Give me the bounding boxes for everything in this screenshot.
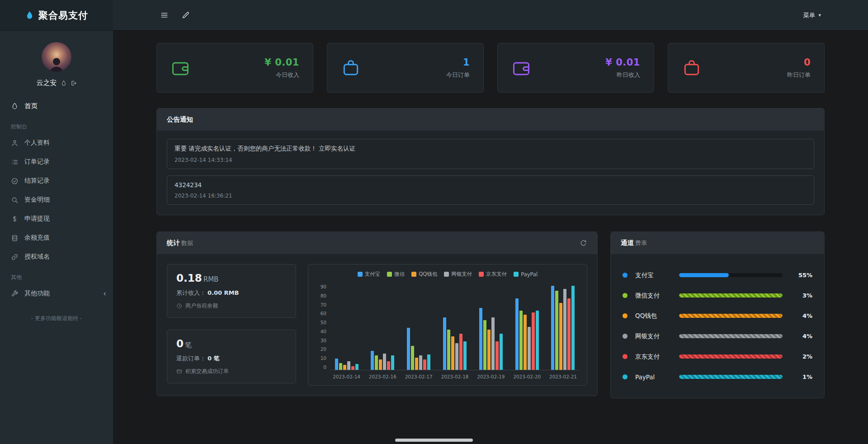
chart-bar: [563, 289, 566, 370]
chart-bar: [343, 365, 346, 370]
edit-button[interactable]: [181, 11, 190, 19]
chart-bar: [567, 298, 571, 370]
balance-box: 0.18RMB 累计收入：0.00 RMB 商户当前余额: [167, 264, 296, 318]
x-tick-label: 2023-02-19: [477, 374, 505, 380]
legend-item[interactable]: PayPal: [514, 271, 538, 278]
chart-bar: [415, 358, 418, 370]
sidebar-item-label: 余额充值: [24, 234, 50, 242]
sidebar-item[interactable]: 个人资料: [0, 133, 113, 152]
sidebar-item-home[interactable]: 首页: [0, 96, 113, 116]
channel-row: 支付宝55%: [623, 265, 812, 285]
sidebar-item[interactable]: 资金明细: [0, 190, 113, 209]
x-tick-label: 2023-02-14: [333, 374, 360, 380]
legend-item[interactable]: 京东支付: [479, 271, 507, 278]
sidebar-toggle-button[interactable]: [160, 11, 169, 19]
chart-group: 2023-02-20: [513, 284, 541, 380]
sidebar-item[interactable]: 订单记录: [0, 152, 113, 171]
stat-card-label: 昨日订单: [787, 71, 811, 79]
menu-dropdown[interactable]: 菜单 ▾: [803, 11, 821, 19]
chart-bar: [459, 334, 462, 370]
chart-bar: [407, 328, 410, 370]
channel-row: PayPal1%: [623, 367, 812, 387]
chart-bar: [555, 291, 558, 370]
channel-name: 支付宝: [635, 271, 679, 279]
more-features-note: - 更多功能敬请期待 -: [0, 315, 113, 322]
channel-row: 网银支付4%: [623, 326, 812, 346]
announcement-list: 重要 请完成实名认证，否则您的商户无法正常收款！ 立即实名认证2023-02-1…: [157, 131, 824, 215]
coins-icon: [11, 234, 19, 242]
theme-drop-icon[interactable]: [61, 80, 67, 86]
statistics-panel: 统计 数据 0.18RMB 累计收入：0.00 RMB: [156, 231, 598, 396]
y-tick-label: 40: [316, 329, 326, 334]
logout-icon[interactable]: [71, 80, 77, 86]
sidebar-item[interactable]: 结算记录: [0, 171, 113, 190]
chart-bar: [491, 317, 495, 370]
chart-bar: [519, 311, 523, 370]
channel-dot: [623, 334, 627, 339]
chart-bar: [443, 317, 446, 370]
chart-bar: [335, 359, 338, 370]
bag-icon: [341, 58, 361, 78]
channel-row: 京东支付2%: [623, 346, 812, 367]
channel-progress-bar: [679, 334, 783, 338]
legend-item[interactable]: 网银支付: [444, 271, 472, 278]
x-tick-label: 2023-02-20: [513, 374, 541, 380]
app-logo[interactable]: 聚合易支付: [0, 0, 113, 30]
sidebar-item[interactable]: 其他功能‹: [0, 284, 113, 303]
stat-card-value: ¥ 0.01: [264, 57, 299, 68]
stat-card-value: 1: [446, 57, 470, 68]
refund-box: 0笔 退款订单：0 笔 积累交易成功订单: [167, 330, 296, 383]
statistics-body: 0.18RMB 累计收入：0.00 RMB 商户当前余额 0笔: [157, 254, 597, 396]
chart-group: 2023-02-18: [441, 284, 468, 380]
chart-bar: [387, 361, 390, 370]
profile-section: 云之安: [0, 30, 113, 90]
cumulative-income-label: 累计收入：: [176, 289, 206, 296]
gesture-bar: [395, 439, 473, 442]
channels-title-light: 费率: [635, 239, 647, 247]
legend-swatch: [514, 272, 519, 277]
x-tick-label: 2023-02-16: [369, 374, 396, 380]
chart-bar: [495, 341, 499, 370]
channels-panel: 通道 费率 支付宝55%微信支付3%QQ钱包4%网银支付4%京东支付2%PayP…: [610, 231, 825, 398]
y-tick-label: 70: [316, 302, 326, 307]
chevron-left-icon: ‹: [103, 290, 106, 298]
pencil-icon: [181, 11, 190, 19]
sidebar: 云之安 首页 控制台个人资料订单记录结算记录资金明细申请提现余额充值授权域名其他…: [0, 30, 113, 444]
sidebar-item[interactable]: 授权域名: [0, 247, 113, 266]
legend-item[interactable]: 微信: [387, 271, 405, 278]
refresh-icon[interactable]: [580, 239, 587, 247]
stat-card: 1今日订单: [327, 43, 484, 93]
chart-bar: [355, 364, 359, 370]
channel-dot: [623, 374, 627, 379]
channel-rate: 4%: [793, 312, 812, 319]
clock-icon: [176, 303, 182, 309]
announcement-time: 2023-02-14 16:36:21: [175, 193, 807, 199]
legend-item[interactable]: QQ钱包: [411, 271, 437, 278]
y-tick-label: 10: [316, 355, 326, 361]
app-title: 聚合易支付: [38, 9, 88, 22]
announcement-text: 4324234: [175, 181, 807, 189]
legend-label: 京东支付: [486, 271, 507, 278]
stat-card-label: 昨日收入: [605, 71, 640, 79]
announcement-item[interactable]: 重要 请完成实名认证，否则您的商户无法正常收款！ 立即实名认证2023-02-1…: [167, 139, 814, 169]
channel-row: 微信支付3%: [623, 285, 812, 306]
statistics-title-light: 数据: [181, 239, 193, 247]
sidebar-item[interactable]: 余额充值: [0, 228, 113, 247]
channel-name: PayPal: [635, 373, 679, 381]
list-icon: [11, 158, 19, 166]
refund-unit: 笔: [185, 341, 192, 349]
user-icon: [11, 139, 19, 147]
logo-drop-icon: [25, 10, 34, 20]
announcement-item[interactable]: 43242342023-02-14 16:36:21: [167, 175, 814, 205]
menu-dropdown-label: 菜单: [803, 11, 815, 19]
chart-group: 2023-02-17: [405, 284, 433, 380]
y-tick-label: 50: [316, 320, 326, 325]
legend-item[interactable]: 支付宝: [358, 271, 381, 278]
stat-card: 0昨日订单: [668, 43, 825, 93]
channel-progress-bar: [679, 273, 783, 277]
channel-rate: 2%: [793, 353, 812, 360]
sidebar-item[interactable]: 申请提现: [0, 209, 113, 228]
announcements-title: 公告通知: [167, 115, 193, 124]
wallet-icon: [170, 58, 190, 78]
y-tick-label: 0: [316, 364, 326, 370]
